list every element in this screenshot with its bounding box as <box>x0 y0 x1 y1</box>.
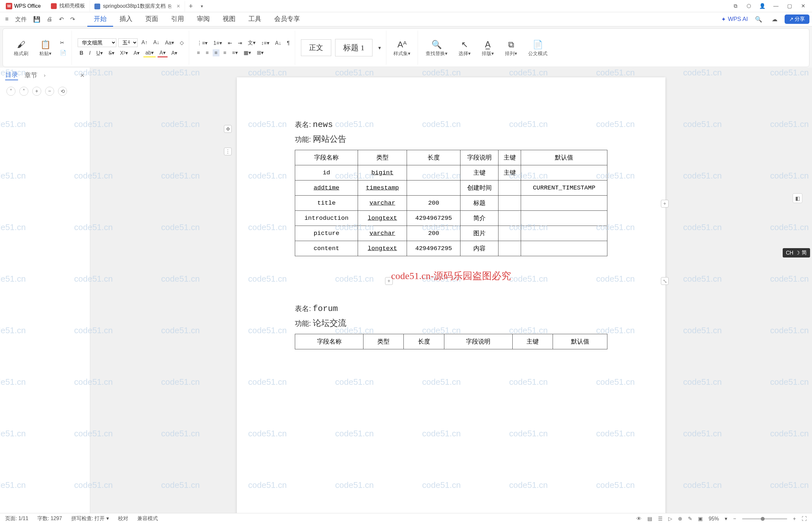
select-button[interactable]: ↖ 选择▾ <box>454 39 475 57</box>
menu-tab-start[interactable]: 开始 <box>87 12 113 27</box>
text-effects-button[interactable]: A▾ <box>132 49 142 57</box>
sort-button[interactable]: A↓ <box>273 39 283 47</box>
close-icon[interactable]: × <box>177 3 180 10</box>
fullscreen-icon[interactable]: ⛶ <box>802 516 807 522</box>
new-tab-button[interactable]: + <box>185 2 197 10</box>
strikethrough-button[interactable]: S̶▾ <box>107 49 116 57</box>
font-color-button[interactable]: A▾ <box>158 49 168 58</box>
maximize-button[interactable]: ▢ <box>785 2 793 10</box>
document-area[interactable]: ✥ ⋮ 表名: news 功能: 网站公告 字段名称 类型 长度 字段说明 主键… <box>90 68 812 513</box>
remove-button[interactable]: − <box>45 87 54 96</box>
tab-template[interactable]: 找稻壳模板 <box>46 1 90 12</box>
close-button[interactable]: ✕ <box>799 2 807 10</box>
file-menu[interactable]: 文件 <box>13 14 29 24</box>
redo-icon[interactable]: ↷ <box>68 15 78 24</box>
style-heading1[interactable]: 标题 1 <box>335 39 372 56</box>
format-painter-button[interactable]: 🖌 格式刷 <box>9 39 33 57</box>
paste-button[interactable]: 📋 粘贴▾ <box>35 39 56 57</box>
change-case-icon[interactable]: Aa▾ <box>163 39 176 46</box>
clear-format-icon[interactable]: ◇ <box>178 39 186 46</box>
avatar-icon[interactable]: 👤 <box>759 2 766 10</box>
zoom-slider[interactable] <box>742 518 787 520</box>
table-row-handle[interactable]: ⋮ <box>224 148 232 155</box>
page-view-icon[interactable]: ▤ <box>647 515 652 522</box>
copy-icon[interactable]: 📄 <box>58 49 68 56</box>
superscript-button[interactable]: X²▾ <box>118 49 130 57</box>
decrease-indent-button[interactable]: ⇤ <box>226 39 234 47</box>
layout-icon[interactable]: ⧉ <box>731 2 739 10</box>
resize-handle[interactable]: ⤡ <box>661 277 668 285</box>
text-direction-button[interactable]: 文▾ <box>246 39 258 47</box>
line-spacing-button[interactable]: ↕≡▾ <box>260 39 271 47</box>
cut-icon[interactable]: ✂ <box>58 39 68 46</box>
shading-button[interactable]: ▦▾ <box>242 49 253 56</box>
float-tool-1[interactable]: ◧ <box>793 193 802 203</box>
increase-indent-button[interactable]: ⇥ <box>236 39 244 47</box>
collapse-down-button[interactable]: ˅ <box>6 87 15 96</box>
print-icon[interactable]: 🖨 <box>44 15 55 24</box>
font-size-select[interactable]: 五号 <box>118 38 137 47</box>
tab-pin-icon[interactable]: ⎘ <box>168 3 171 9</box>
status-compat[interactable]: 兼容模式 <box>137 515 158 522</box>
show-marks-button[interactable]: ¶ <box>285 39 292 47</box>
cloud-icon[interactable]: ☁ <box>769 15 780 24</box>
status-page[interactable]: 页面: 1/11 <box>5 515 28 522</box>
status-spellcheck[interactable]: 拼写检查: 打开 ▾ <box>71 515 109 522</box>
sidepanel-tab-chapter[interactable]: 章节 <box>24 71 37 80</box>
menu-icon[interactable]: ≡ <box>3 15 11 24</box>
web-view-icon[interactable]: ⊕ <box>678 515 682 522</box>
eye-icon[interactable]: 👁 <box>636 516 642 522</box>
arrange-button[interactable]: ⧉ 排列▾ <box>500 39 522 57</box>
add-col-button[interactable]: + <box>661 200 668 208</box>
menu-tab-review[interactable]: 审阅 <box>190 12 216 27</box>
borders-button[interactable]: ⊞▾ <box>255 49 266 56</box>
zoom-out-button[interactable]: − <box>733 516 736 522</box>
menu-tab-page[interactable]: 页面 <box>139 12 165 27</box>
layout-button[interactable]: A̲ 排版▾ <box>477 39 498 57</box>
doc-mode-button[interactable]: 📄 公文模式 <box>524 39 552 57</box>
underline-button[interactable]: U▾ <box>95 49 105 57</box>
search-icon[interactable]: 🔍 <box>752 15 765 24</box>
align-right-button[interactable]: ≡ <box>213 49 219 56</box>
align-left-button[interactable]: ≡ <box>195 49 202 56</box>
focus-icon[interactable]: ▣ <box>698 515 703 522</box>
refresh-button[interactable]: ⟲ <box>58 87 67 96</box>
save-icon[interactable]: 💾 <box>31 15 43 24</box>
style-set-button[interactable]: Aᴬ 样式集▾ <box>389 39 415 57</box>
wps-ai-button[interactable]: ✦ WPS AI <box>721 16 748 23</box>
play-icon[interactable]: ▷ <box>668 515 672 522</box>
styles-more-button[interactable]: ▾ <box>376 44 383 52</box>
bold-button[interactable]: B <box>78 50 85 57</box>
menu-tab-member[interactable]: 会员专享 <box>268 12 306 27</box>
numbering-button[interactable]: 1≡▾ <box>211 39 223 47</box>
tab-document[interactable]: springboot38tp1数据库文档 ⎘ × <box>90 1 185 12</box>
zoom-in-button[interactable]: + <box>793 516 796 522</box>
style-normal[interactable]: 正文 <box>301 39 331 56</box>
undo-icon[interactable]: ↶ <box>56 15 66 24</box>
italic-button[interactable]: I <box>87 50 93 57</box>
share-button[interactable]: ↗ 分享 <box>784 15 809 24</box>
table-move-handle[interactable]: ✥ <box>224 125 232 133</box>
chevron-right-icon[interactable]: › <box>44 72 46 78</box>
distribute-button[interactable]: ≡▾ <box>230 49 239 56</box>
status-words[interactable]: 字数: 1297 <box>37 515 62 522</box>
menu-tab-view[interactable]: 视图 <box>216 12 242 27</box>
increase-font-icon[interactable]: A↑ <box>139 39 150 46</box>
sidepanel-tab-toc[interactable]: 目录 <box>5 70 18 80</box>
add-button[interactable]: + <box>32 87 41 96</box>
menu-tab-tools[interactable]: 工具 <box>242 12 268 27</box>
menu-tab-insert[interactable]: 插入 <box>113 12 139 27</box>
minimize-button[interactable]: — <box>772 2 780 10</box>
zoom-value[interactable]: 95% <box>709 516 719 522</box>
decrease-font-icon[interactable]: A↓ <box>151 39 162 46</box>
tab-menu-button[interactable]: ▾ <box>197 3 207 9</box>
bullets-button[interactable]: ⋮≡▾ <box>195 39 210 47</box>
find-replace-button[interactable]: 🔍 查找替换▾ <box>421 39 452 57</box>
outline-view-icon[interactable]: ☰ <box>658 515 662 522</box>
font-select[interactable]: 华文细黑 <box>78 38 116 47</box>
char-shading-button[interactable]: A▾ <box>169 49 180 57</box>
align-center-button[interactable]: ≡ <box>204 49 211 56</box>
align-justify-button[interactable]: ≡ <box>221 49 228 56</box>
cube-icon[interactable]: ⬡ <box>745 2 753 10</box>
menu-tab-reference[interactable]: 引用 <box>165 12 190 27</box>
